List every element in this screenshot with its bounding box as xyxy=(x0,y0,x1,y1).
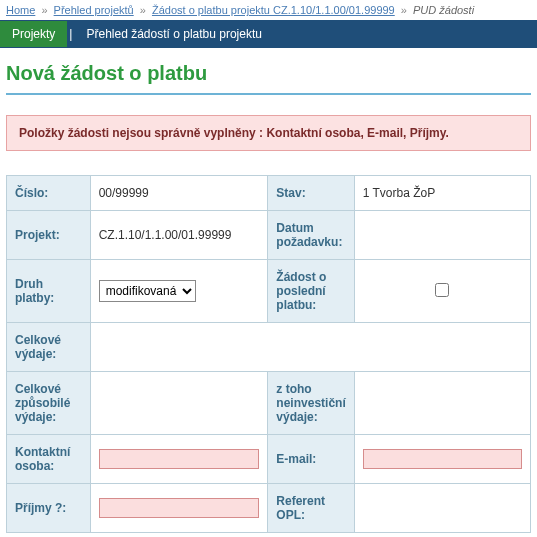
tab-separator: | xyxy=(67,27,74,41)
error-message: Položky žádosti nejsou správně vyplněny … xyxy=(6,115,531,151)
value-druh-platby: modifikovaná xyxy=(90,260,268,323)
value-z-toho-neinvesticni xyxy=(354,372,530,435)
tab-bar: Projekty | Přehled žádostí o platbu proj… xyxy=(0,20,537,48)
label-celkove-zpusobile: Celkové způsobilé výdaje: xyxy=(7,372,91,435)
kontaktni-osoba-input[interactable] xyxy=(99,449,260,469)
label-datum-pozadavku: Datum požadavku: xyxy=(268,211,354,260)
heading-rule xyxy=(6,93,531,95)
zadost-posledni-checkbox[interactable] xyxy=(435,283,449,297)
breadcrumb-sep: » xyxy=(398,4,410,16)
breadcrumb: Home » Přehled projektů » Žádost o platb… xyxy=(0,0,537,20)
label-projekt: Projekt: xyxy=(7,211,91,260)
value-datum-pozadavku xyxy=(354,211,530,260)
value-referent-opl xyxy=(354,484,530,533)
tab-overview[interactable]: Přehled žádostí o platbu projektu xyxy=(74,21,273,47)
form-table: Číslo: 00/99999 Stav: 1 Tvorba ŽoP Proje… xyxy=(6,175,531,533)
breadcrumb-payment-request[interactable]: Žádost o platbu projektu CZ.1.10/1.1.00/… xyxy=(152,4,395,16)
druh-platby-select[interactable]: modifikovaná xyxy=(99,280,196,302)
button-row: Jen přepočítat Uložit a pokračovat Uloži… xyxy=(0,533,537,537)
breadcrumb-sep: » xyxy=(137,4,149,16)
cell-kontaktni-osoba xyxy=(90,435,268,484)
label-stav: Stav: xyxy=(268,176,354,211)
label-zadost-posledni: Žádost o poslední platbu: xyxy=(268,260,354,323)
prijmy-input[interactable] xyxy=(99,498,260,518)
breadcrumb-sep: » xyxy=(38,4,50,16)
label-z-toho-neinvesticni: z toho neinvestiční výdaje: xyxy=(268,372,354,435)
label-cislo: Číslo: xyxy=(7,176,91,211)
value-stav: 1 Tvorba ŽoP xyxy=(354,176,530,211)
label-celkove-vydaje: Celkové výdaje: xyxy=(7,323,91,372)
label-druh-platby: Druh platby: xyxy=(7,260,91,323)
cell-email xyxy=(354,435,530,484)
value-celkove-zpusobile xyxy=(90,372,268,435)
breadcrumb-projects[interactable]: Přehled projektů xyxy=(54,4,134,16)
tab-projects[interactable]: Projekty xyxy=(0,21,67,47)
label-email: E-mail: xyxy=(268,435,354,484)
page-title: Nová žádost o platbu xyxy=(0,48,537,93)
value-projekt: CZ.1.10/1.1.00/01.99999 xyxy=(90,211,268,260)
value-celkove-vydaje xyxy=(90,323,530,372)
value-zadost-posledni xyxy=(354,260,530,323)
label-prijmy: Příjmy ?: xyxy=(7,484,91,533)
value-cislo: 00/99999 xyxy=(90,176,268,211)
breadcrumb-current: PUD žádosti xyxy=(413,4,474,16)
label-kontaktni-osoba: Kontaktní osoba: xyxy=(7,435,91,484)
breadcrumb-home[interactable]: Home xyxy=(6,4,35,16)
label-referent-opl: Referent OPL: xyxy=(268,484,354,533)
cell-prijmy xyxy=(90,484,268,533)
email-input[interactable] xyxy=(363,449,522,469)
